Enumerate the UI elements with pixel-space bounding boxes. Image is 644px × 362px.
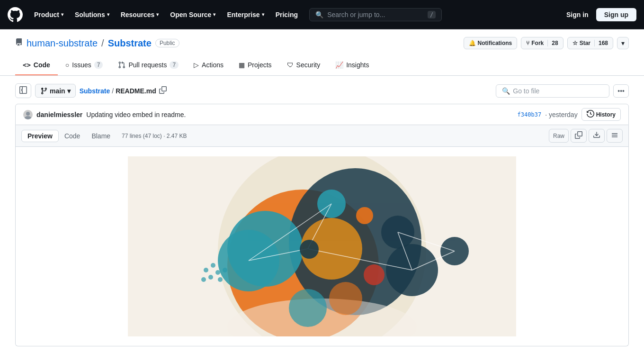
code-tab-button[interactable]: Code <box>59 130 86 142</box>
preview-tab-button[interactable]: Preview <box>21 130 59 142</box>
copy-icon <box>159 88 167 95</box>
blame-tab-button[interactable]: Blame <box>86 130 116 142</box>
file-action-buttons: Raw <box>549 129 623 143</box>
svg-point-21 <box>300 240 319 259</box>
repo-org-link[interactable]: human-substrate <box>27 38 98 49</box>
resources-menu[interactable]: Resources ▾ <box>117 8 163 21</box>
repo-action-buttons: 🔔 Notifications ⑂ Fork 28 ☆ Star 168 ▾ <box>464 37 629 49</box>
open-source-menu[interactable]: Open Source ▾ <box>166 8 219 21</box>
more-icon: ••• <box>617 87 625 95</box>
fork-icon: ⑂ <box>526 40 529 46</box>
actions-icon: ▷ <box>194 61 199 69</box>
history-icon <box>587 110 594 119</box>
nav-right: Sign in Sign up <box>563 8 636 21</box>
history-button[interactable]: History <box>581 108 621 121</box>
pr-count: 7 <box>170 61 179 69</box>
projects-icon: ▦ <box>239 61 245 69</box>
preview-image-container <box>128 156 516 336</box>
top-nav: Product ▾ Solutions ▾ Resources ▾ Open S… <box>0 0 644 29</box>
commit-time: · yesterday <box>545 111 577 118</box>
file-preview <box>15 147 629 346</box>
insights-icon: 📈 <box>335 61 343 69</box>
copy-raw-icon <box>575 131 582 140</box>
branch-selector-button[interactable]: main ▾ <box>35 84 76 98</box>
svg-point-29 <box>223 268 227 272</box>
search-placeholder-text: Search or jump to... <box>327 11 424 18</box>
go-to-file-button[interactable]: 🔍 Go to file <box>496 84 609 98</box>
solutions-menu[interactable]: Solutions ▾ <box>71 8 113 21</box>
open-source-chevron-icon: ▾ <box>213 12 215 17</box>
search-shortcut-badge: / <box>428 11 436 18</box>
star-count: 168 <box>594 40 608 46</box>
star-dropdown-button[interactable]: ▾ <box>617 37 629 49</box>
svg-point-24 <box>208 275 213 280</box>
download-button[interactable] <box>589 129 605 143</box>
star-button[interactable]: ☆ Star 168 <box>567 37 613 49</box>
raw-button[interactable]: Raw <box>549 129 569 143</box>
breadcrumb-separator: / <box>112 87 114 95</box>
search-bar[interactable]: 🔍 Search or jump to... / <box>309 8 442 21</box>
more-options-button[interactable]: ••• <box>613 84 629 98</box>
code-icon: <> <box>23 61 31 69</box>
svg-point-33 <box>329 282 362 315</box>
enterprise-menu[interactable]: Enterprise ▾ <box>223 8 268 21</box>
go-to-file-text: Go to file <box>513 87 603 95</box>
file-area: main ▾ Substrate / README.md 🔍 Go to fil… <box>0 76 644 354</box>
fork-button[interactable]: ⑂ Fork 28 <box>521 37 563 49</box>
svg-point-25 <box>215 270 220 275</box>
solutions-chevron-icon: ▾ <box>107 12 109 17</box>
product-menu[interactable]: Product ▾ <box>30 8 67 21</box>
svg-point-1 <box>25 116 31 119</box>
notifications-button[interactable]: 🔔 Notifications <box>464 37 518 49</box>
bell-icon: 🔔 <box>469 40 476 46</box>
branch-icon <box>40 87 48 95</box>
file-nav-bar: main ▾ Substrate / README.md 🔍 Go to fil… <box>15 83 629 98</box>
search-file-icon: 🔍 <box>502 87 510 95</box>
pricing-link[interactable]: Pricing <box>272 8 302 21</box>
fork-count: 28 <box>547 40 558 46</box>
repo-separator: / <box>101 38 104 49</box>
tab-pull-requests[interactable]: Pull requests 7 <box>110 55 186 75</box>
repo-title-row: human-substrate / Substrate Public 🔔 Not… <box>15 37 629 49</box>
tab-code[interactable]: <> Code <box>15 55 58 75</box>
tab-issues[interactable]: ○ Issues 7 <box>58 55 111 75</box>
svg-point-26 <box>211 263 215 268</box>
tab-actions[interactable]: ▷ Actions <box>186 55 231 75</box>
copy-raw-button[interactable] <box>571 129 587 143</box>
repo-tabs: <> Code ○ Issues 7 Pull requests 7 ▷ Act… <box>15 55 629 75</box>
commit-author-link[interactable]: danielmiessler <box>36 111 82 118</box>
repo-header: human-substrate / Substrate Public 🔔 Not… <box>0 29 644 76</box>
breadcrumb-repo-link[interactable]: Substrate <box>80 87 110 95</box>
breadcrumb: Substrate / README.md <box>80 85 168 96</box>
repo-type-icon <box>15 38 23 48</box>
svg-point-28 <box>201 277 206 282</box>
avatar <box>23 110 33 119</box>
svg-point-23 <box>204 268 208 272</box>
sidebar-toggle-button[interactable] <box>15 83 31 98</box>
signup-button[interactable]: Sign up <box>596 8 636 21</box>
enterprise-chevron-icon: ▾ <box>262 12 264 17</box>
repo-name-link[interactable]: Substrate <box>108 38 152 49</box>
star-icon: ☆ <box>572 40 578 46</box>
pull-request-icon <box>118 61 125 69</box>
view-toc-button[interactable] <box>607 129 623 143</box>
signin-button[interactable]: Sign in <box>563 9 592 21</box>
substrate-svg-illustration <box>128 156 516 336</box>
tab-projects[interactable]: ▦ Projects <box>231 55 279 75</box>
branch-name: main <box>50 87 65 95</box>
toc-icon <box>611 131 618 140</box>
resources-chevron-icon: ▾ <box>156 12 159 17</box>
download-icon <box>593 131 600 140</box>
issues-count: 7 <box>94 61 103 69</box>
breadcrumb-filename: README.md <box>116 87 156 95</box>
copy-path-button[interactable] <box>158 85 168 96</box>
tab-insights[interactable]: 📈 Insights <box>328 55 376 75</box>
commit-bar: danielmiessler Updating video embed in r… <box>15 104 629 125</box>
github-logo[interactable] <box>8 7 23 22</box>
svg-point-0 <box>26 112 30 116</box>
svg-point-27 <box>218 277 223 282</box>
sidebar-icon <box>19 86 27 95</box>
tab-security[interactable]: 🛡 Security <box>279 55 328 75</box>
issues-icon: ○ <box>65 61 69 69</box>
svg-point-32 <box>289 289 327 327</box>
